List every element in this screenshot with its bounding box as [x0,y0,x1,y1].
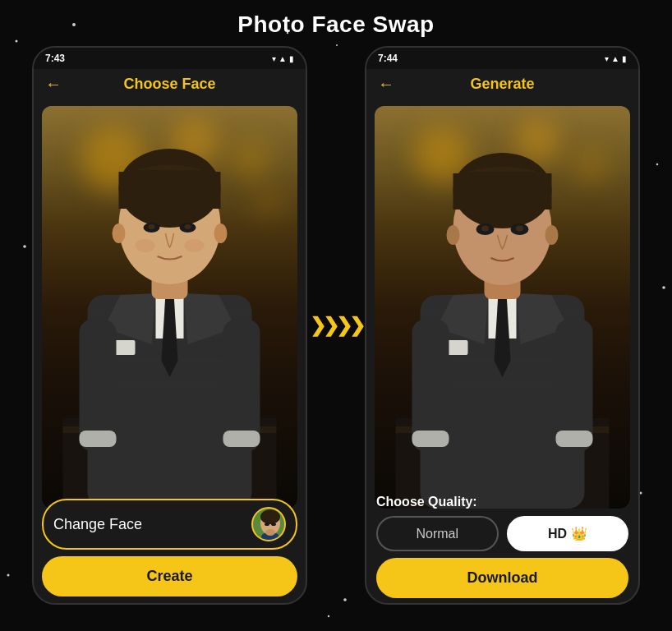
photo-placeholder-left [42,106,297,509]
svg-point-31 [265,523,269,526]
quality-section: Choose Quality: Normal HD 👑 Download [366,486,638,603]
status-bar-left: 7:43 ▾ ▲ ▮ [34,48,306,69]
quality-buttons: Normal HD 👑 [376,516,628,551]
bottom-controls-left: Change Face Create [34,492,306,603]
arrows-connector: ❯❯❯❯ [307,314,365,337]
status-time-right: 7:44 [378,53,398,64]
photo-area-right [375,106,630,509]
svg-point-56 [516,226,523,232]
svg-point-30 [260,509,280,524]
battery-icon: ▮ [289,54,294,63]
wifi-icon-right: ▲ [611,54,619,63]
app-header-left: ← Choose Face [34,69,306,99]
svg-rect-59 [412,431,449,447]
chevron-right-icon: ❯❯❯❯ [310,314,362,337]
app-header-right: ← Generate [366,69,638,99]
hd-quality-button[interactable]: HD 👑 [507,516,629,551]
signal-icon: ▾ [272,54,276,63]
svg-rect-27 [223,431,260,447]
status-icons-left: ▾ ▲ ▮ [272,54,294,63]
svg-point-55 [481,226,489,232]
change-face-label: Change Face [53,516,142,533]
page-title: Photo Face Swap [0,0,672,46]
svg-point-52 [545,225,559,245]
svg-point-21 [185,224,191,229]
change-face-button[interactable]: Change Face [42,499,297,550]
status-bar-right: 7:44 ▾ ▲ ▮ [366,48,638,69]
phone-left: 7:43 ▾ ▲ ▮ ← Choose Face [32,46,307,605]
svg-point-23 [185,239,205,252]
photo-placeholder-right [375,106,630,509]
svg-rect-60 [556,431,593,447]
svg-point-34 [265,529,275,536]
svg-rect-15 [119,172,221,209]
back-button-right[interactable]: ← [378,75,394,94]
back-button-left[interactable]: ← [45,75,62,94]
wifi-icon: ▲ [278,54,287,63]
svg-point-22 [136,239,155,252]
status-time-left: 7:43 [45,53,65,64]
header-title-right: Generate [470,76,534,93]
svg-point-51 [447,225,460,245]
photo-area-left [42,106,297,509]
signal-icon-right: ▾ [605,54,609,63]
svg-point-32 [271,523,276,526]
face-thumbnail [251,507,286,541]
header-title-left: Choose Face [123,76,215,93]
svg-point-16 [113,223,126,243]
svg-rect-26 [80,431,117,447]
phone-right: 7:44 ▾ ▲ ▮ ← Generate [365,46,640,605]
svg-rect-50 [453,173,552,210]
svg-point-17 [214,223,228,243]
battery-icon-right: ▮ [622,54,627,63]
download-button[interactable]: Download [376,558,628,598]
quality-label: Choose Quality: [376,495,628,509]
normal-quality-button[interactable]: Normal [376,516,499,551]
create-button[interactable]: Create [42,556,297,596]
svg-point-20 [149,224,155,229]
status-icons-right: ▾ ▲ ▮ [605,54,627,63]
